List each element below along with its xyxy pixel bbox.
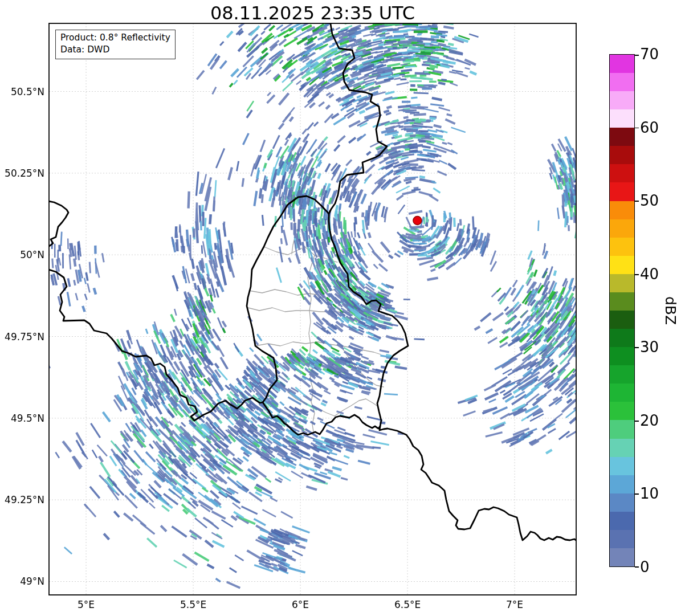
colorbar-tick-mark <box>635 566 639 568</box>
colorbar-tick-label: 70 <box>640 46 659 63</box>
latitude-tick-label: 49.75°N <box>5 331 44 342</box>
latitude-tick-label: 50.25°N <box>5 167 44 178</box>
colorbar-tick-label: 40 <box>640 266 659 283</box>
latitude-tick-label: 49.25°N <box>5 494 44 505</box>
latitude-tick-label: 49.5°N <box>11 412 44 423</box>
longitude-tick-label: 6.5°E <box>394 599 421 610</box>
colorbar-tick-mark <box>635 347 639 348</box>
data-source-line: Data: DWD <box>60 44 170 56</box>
longitude-tick-label: 5.5°E <box>180 599 206 610</box>
colorbar <box>609 54 635 567</box>
product-info-box: Product: 0.8° Reflectivity Data: DWD <box>55 30 176 59</box>
product-info-line: Product: 0.8° Reflectivity <box>60 32 170 44</box>
colorbar-tick-label: 10 <box>640 485 659 502</box>
radar-figure: 08.11.2025 23:35 UTC Product: 0.8° Refle… <box>0 0 685 616</box>
latitude-tick-label: 49°N <box>20 576 44 587</box>
longitude-tick-label: 6°E <box>292 599 309 610</box>
colorbar-tick-label: 0 <box>640 558 650 576</box>
latitude-tick-label: 50.5°N <box>11 85 44 97</box>
colorbar-tick-mark <box>635 421 639 422</box>
colorbar-axis-label: dBZ <box>662 296 679 325</box>
figure-title: 08.11.2025 23:35 UTC <box>49 3 576 23</box>
colorbar-tick-label: 30 <box>640 338 659 356</box>
colorbar-tick-mark <box>635 201 639 202</box>
colorbar-tick-mark <box>635 128 639 129</box>
colorbar-tick-mark <box>635 55 639 56</box>
colorbar-tick-label: 60 <box>640 119 659 136</box>
latitude-tick-label: 50°N <box>20 249 44 260</box>
longitude-tick-label: 5°E <box>78 599 95 610</box>
longitude-tick-label: 7°E <box>506 599 523 610</box>
colorbar-tick-label: 20 <box>640 412 659 429</box>
colorbar-tick-label: 50 <box>640 192 659 209</box>
radar-map-canvas <box>0 0 685 616</box>
colorbar-tick-mark <box>635 274 639 275</box>
colorbar-tick-mark <box>635 493 639 495</box>
